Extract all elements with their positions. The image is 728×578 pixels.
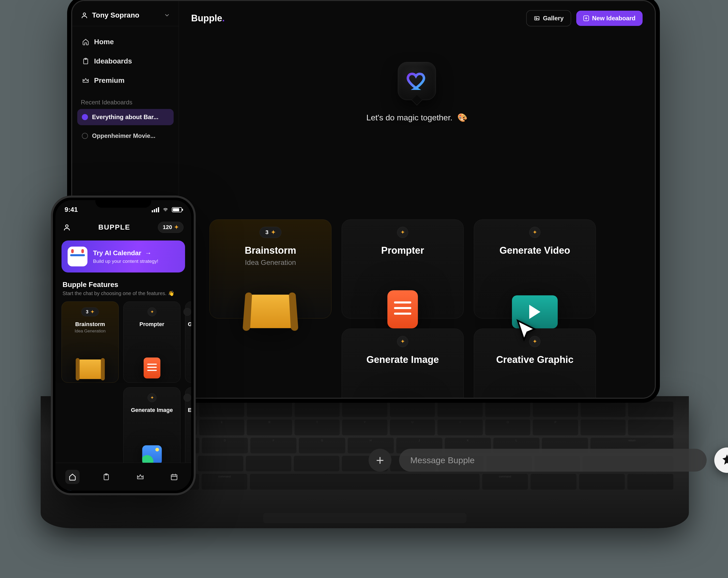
main-pane: Bupple. Gallery New Ideaboard bbox=[179, 1, 655, 398]
image-icon bbox=[142, 445, 162, 465]
card-brainstorm[interactable]: 3✦ Brainstorm Idea Generation bbox=[209, 219, 332, 319]
nav-ideaboards[interactable]: Ideaboards bbox=[77, 52, 174, 70]
phone-mockup: 9:41 BUPPLE 120✦ Try AI Calendar → Build… bbox=[51, 196, 196, 495]
user-switcher[interactable]: Tony Soprano bbox=[72, 1, 179, 26]
feature-cards: 3✦ Brainstorm Idea Generation ✦ Prompter… bbox=[209, 219, 650, 399]
feature-mini-cards-row-2[interactable]: ✦ Generate Image E bbox=[55, 383, 191, 469]
credits-badge bbox=[184, 394, 191, 402]
credits-badge: ✦ bbox=[397, 227, 408, 238]
clipboard-icon bbox=[82, 57, 89, 65]
nav-label: Home bbox=[94, 38, 114, 46]
message-input[interactable]: Message Bupple bbox=[399, 449, 707, 472]
credits-badge: ✦ bbox=[529, 227, 540, 238]
crown-icon bbox=[136, 473, 144, 481]
mini-peek[interactable]: G bbox=[185, 301, 191, 383]
recent-ideaboards-list: Everything about Bar... Oppenheimer Movi… bbox=[72, 109, 179, 144]
divider bbox=[72, 26, 179, 26]
ai-calendar-banner[interactable]: Try AI Calendar → Build up your content … bbox=[61, 241, 185, 273]
tab-premium[interactable] bbox=[133, 470, 148, 484]
card-title: Generate Video bbox=[499, 245, 570, 256]
feature-mini-cards-row-1[interactable]: 3✦ Brainstorm Idea Generation ✦ Prompter… bbox=[55, 296, 191, 383]
mini-brainstorm[interactable]: 3✦ Brainstorm Idea Generation bbox=[61, 301, 119, 383]
credits-badge: ✦ bbox=[397, 336, 408, 347]
palette-emoji-icon: 🎨 bbox=[457, 113, 467, 122]
tab-bar bbox=[55, 463, 191, 491]
cards-row-2: ✦ Generate Image ✦ Creative Graphic bbox=[209, 329, 650, 399]
banner-subtitle: Build up your content strategy! bbox=[93, 258, 158, 264]
svg-point-0 bbox=[83, 13, 85, 15]
card-generate-image[interactable]: ✦ Generate Image bbox=[342, 329, 464, 399]
battery-icon bbox=[172, 207, 182, 212]
spark-icon: ✦ bbox=[400, 338, 405, 345]
card-title: Creative Graphic bbox=[496, 354, 573, 365]
card-prompter[interactable]: ✦ Prompter bbox=[342, 219, 464, 319]
tab-calendar[interactable] bbox=[167, 470, 181, 484]
new-ideaboard-label: New Ideaboard bbox=[592, 15, 635, 22]
recent-item-label: Everything about Bar... bbox=[92, 113, 158, 121]
plus-icon bbox=[583, 16, 589, 21]
hero-heart-icon bbox=[398, 62, 436, 100]
gallery-icon bbox=[534, 15, 540, 21]
star-fab[interactable] bbox=[714, 447, 728, 473]
phone-screen: 9:41 BUPPLE 120✦ Try AI Calendar → Build… bbox=[55, 200, 191, 491]
recent-item[interactable]: Oppenheimer Movie... bbox=[77, 128, 174, 144]
svg-point-5 bbox=[66, 225, 68, 227]
mini-prompter[interactable]: ✦ Prompter bbox=[123, 301, 180, 383]
primary-nav: Home Ideaboards Premium bbox=[72, 31, 179, 91]
wifi-icon bbox=[162, 207, 169, 212]
recent-item-label: Oppenheimer Movie... bbox=[92, 132, 155, 139]
card-subtitle: Idea Generation bbox=[245, 258, 296, 267]
card-title: Brainstorm bbox=[75, 321, 105, 328]
tagline: Let's do magic together. 🎨 bbox=[366, 113, 467, 122]
calendar-icon bbox=[68, 247, 87, 267]
add-button[interactable]: + bbox=[369, 449, 391, 472]
card-title: Generate Image bbox=[366, 354, 439, 365]
features-subheading: Start the chat by choosing one of the fe… bbox=[55, 290, 191, 296]
cellular-icon bbox=[152, 207, 159, 212]
topbar: Bupple. Gallery New Ideaboard bbox=[179, 1, 655, 31]
credits-balance[interactable]: 120✦ bbox=[158, 222, 184, 233]
scroll-map-icon bbox=[78, 360, 103, 379]
wave-emoji-icon: 👋 bbox=[168, 291, 174, 296]
credits-badge: 3✦ bbox=[260, 227, 281, 238]
chat-icon bbox=[82, 133, 88, 139]
features-heading: Bupple Features bbox=[55, 275, 191, 290]
trackpad bbox=[263, 513, 466, 523]
card-title: E bbox=[185, 407, 191, 413]
message-placeholder: Message Bupple bbox=[410, 455, 474, 465]
spark-icon: ✦ bbox=[400, 229, 405, 236]
credits-badge: 3✦ bbox=[81, 307, 99, 316]
phone-brand: BUPPLE bbox=[71, 223, 158, 231]
nav-label: Premium bbox=[94, 77, 125, 85]
spark-icon: ✦ bbox=[532, 229, 537, 236]
clipboard-icon bbox=[102, 473, 110, 481]
home-icon bbox=[69, 473, 76, 481]
nav-premium[interactable]: Premium bbox=[77, 71, 174, 90]
user-icon[interactable] bbox=[63, 223, 71, 231]
mini-peek[interactable]: E bbox=[185, 387, 191, 469]
svg-point-4 bbox=[536, 18, 537, 19]
brand-logo: Bupple. bbox=[191, 13, 225, 24]
svg-rect-8 bbox=[171, 475, 177, 480]
tab-home[interactable] bbox=[65, 470, 80, 484]
card-generate-video[interactable]: ✦ Generate Video bbox=[474, 219, 596, 319]
recent-item[interactable]: Everything about Bar... bbox=[77, 109, 174, 125]
gallery-label: Gallery bbox=[543, 15, 564, 22]
nav-home[interactable]: Home bbox=[77, 33, 174, 51]
tab-ideaboards[interactable] bbox=[99, 470, 113, 484]
phone-header: BUPPLE 120✦ bbox=[55, 219, 191, 238]
gallery-button[interactable]: Gallery bbox=[526, 10, 571, 26]
phone-notch bbox=[95, 198, 151, 208]
banner-title: Try AI Calendar → bbox=[93, 249, 158, 257]
cursor-icon bbox=[515, 319, 540, 344]
nav-label: Ideaboards bbox=[94, 57, 132, 65]
mini-generate-image[interactable]: ✦ Generate Image bbox=[123, 387, 180, 469]
card-title: G bbox=[185, 321, 191, 328]
document-icon bbox=[144, 358, 160, 379]
cards-row-1: 3✦ Brainstorm Idea Generation ✦ Prompter… bbox=[209, 219, 650, 319]
new-ideaboard-button[interactable]: New Ideaboard bbox=[576, 11, 643, 26]
scroll-map-icon bbox=[246, 295, 294, 328]
status-time: 9:41 bbox=[64, 206, 78, 214]
document-icon bbox=[387, 290, 418, 328]
card-subtitle: Idea Generation bbox=[75, 329, 106, 334]
